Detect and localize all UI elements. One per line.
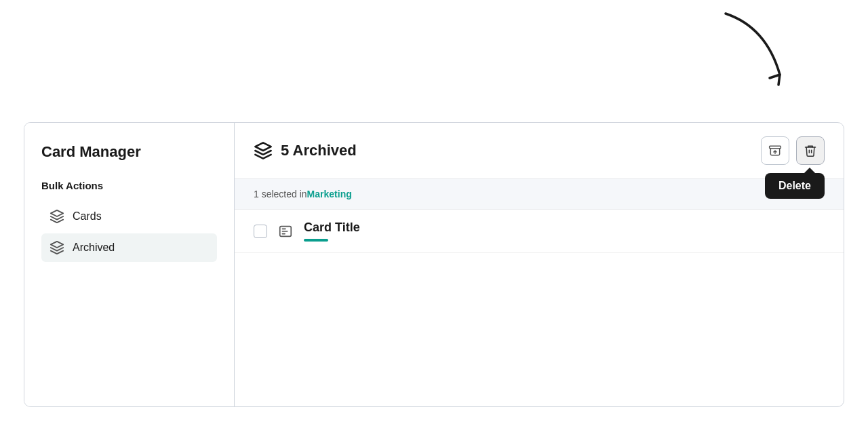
layers-icon-archived [50, 240, 64, 255]
selection-bar: 1 selected in Marketing [235, 179, 844, 210]
content-header: 5 Archived [235, 123, 844, 179]
sidebar-item-archived-label: Archived [73, 242, 115, 254]
card-list: Card Title [235, 210, 844, 406]
card-checkbox[interactable] [254, 225, 267, 238]
layers-icon-header [254, 141, 273, 160]
trash-icon [804, 144, 817, 157]
archived-info: 5 Archived [254, 141, 761, 160]
layers-icon-cards [50, 209, 64, 224]
delete-button[interactable] [796, 136, 825, 165]
archived-count: 5 Archived [281, 142, 357, 159]
card-title-container: Card Title [304, 220, 360, 242]
sidebar-item-archived[interactable]: Archived [41, 233, 217, 262]
selection-link[interactable]: Marketing [307, 189, 352, 199]
table-row: Card Title [235, 210, 844, 253]
header-actions: Delete [761, 136, 825, 165]
main-panel: Card Manager Bulk Actions Cards Archived [24, 122, 844, 407]
annotation-arrow [705, 0, 814, 122]
sidebar-item-cards[interactable]: Cards [41, 202, 217, 231]
delete-tooltip: Delete [765, 173, 825, 199]
bulk-actions-label: Bulk Actions [41, 180, 217, 191]
teal-underline [304, 239, 328, 242]
sidebar: Card Manager Bulk Actions Cards Archived [24, 123, 235, 406]
sidebar-title: Card Manager [41, 143, 217, 161]
svg-rect-0 [770, 146, 781, 148]
sidebar-item-cards-label: Cards [73, 210, 102, 223]
card-type-icon [278, 224, 293, 239]
unarchive-icon [768, 144, 782, 157]
content-area: 5 Archived [235, 123, 844, 406]
selection-text-prefix: 1 selected in [254, 189, 307, 199]
unarchive-button[interactable] [761, 136, 789, 165]
card-title: Card Title [304, 220, 360, 235]
